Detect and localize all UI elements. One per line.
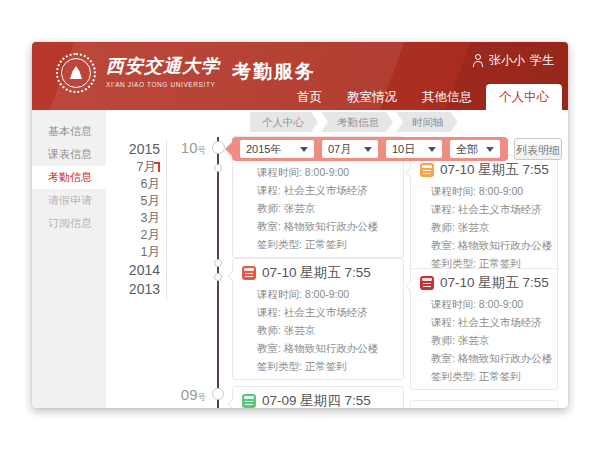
timeline-dot	[212, 141, 225, 154]
list-detail-button[interactable]: 列表明细	[514, 138, 562, 160]
card-field: 教师: 张芸京	[233, 321, 403, 339]
attendance-card-title: 07-10 星期五 7:55	[262, 265, 371, 281]
card-field: 课程: 社会主义市场经济	[233, 303, 403, 321]
card-field: 课程时间: 8:00-9:00	[233, 163, 403, 181]
calendar-icon	[420, 163, 434, 177]
timeline-day-label: 10号	[162, 139, 206, 157]
timeline-year-item-8[interactable]: 2013	[72, 280, 160, 299]
university-name: 西安交通大学 XI'AN JIAO TONG UNIVERSITY	[106, 54, 220, 88]
nav-tab-3[interactable]: 个人中心	[486, 84, 562, 110]
chevron-down-icon	[300, 147, 308, 156]
user-name: 张小小	[489, 52, 525, 69]
attendance-card-1[interactable]: 07-10 星期五 7:55课程时间: 8:00-9:00课程: 社会主义市场经…	[410, 155, 558, 277]
card-field: 课程时间: 8:00-9:00	[411, 182, 557, 200]
calendar-icon	[420, 276, 434, 290]
card-field: 课程: 社会主义市场经济	[411, 200, 557, 218]
app-header: 西安交通大学 XI'AN JIAO TONG UNIVERSITY 考勤服务 张…	[32, 42, 568, 110]
attendance-card-title: 07-09 星期四 7:55	[262, 393, 371, 408]
user-icon	[472, 54, 484, 67]
nav-tab-0[interactable]: 首页	[286, 84, 333, 110]
university-name-en: XI'AN JIAO TONG UNIVERSITY	[106, 81, 220, 88]
timeline-month-item-1[interactable]: 7月	[72, 159, 160, 176]
day-number: 10	[181, 139, 198, 156]
card-field: 教师: 张芸京	[411, 218, 557, 236]
timeline-month-item-3[interactable]: 5月	[72, 193, 160, 210]
card-field: 课程时间: 8:00-9:00	[411, 295, 557, 313]
card-field: 签到类型: 正常签到	[411, 367, 557, 385]
timeline-year-item-0[interactable]: 2015	[72, 140, 160, 159]
attendance-card-header: 07-10 星期五 7:55	[420, 275, 557, 291]
day-select-value: 10日	[392, 142, 415, 157]
nav-tab-1[interactable]: 教室情况	[336, 84, 408, 110]
day-select[interactable]: 10日	[386, 140, 442, 158]
day-suffix: 号	[198, 392, 207, 402]
month-select-value: 07月	[328, 142, 351, 157]
timeline-dot	[214, 164, 222, 172]
timeline-month-item-5[interactable]: 2月	[72, 227, 160, 244]
timeline-month-item-2[interactable]: 6月	[72, 176, 160, 193]
breadcrumb-item-1[interactable]: 考勤信息	[321, 112, 393, 132]
breadcrumb-item-2[interactable]: 时间轴	[396, 112, 458, 132]
attendance-card-5[interactable]	[410, 400, 558, 408]
day-number: 09	[181, 386, 198, 403]
nav-tab-2[interactable]: 其他信息	[411, 84, 483, 110]
card-field: 签到类型: 正常签到	[233, 235, 403, 253]
calendar-icon	[242, 266, 256, 280]
user-menu[interactable]: 张小小 学生	[472, 52, 554, 69]
attendance-app-window: 西安交通大学 XI'AN JIAO TONG UNIVERSITY 考勤服务 张…	[32, 42, 568, 408]
chevron-down-icon	[428, 147, 436, 156]
card-field: 教室: 格物致知行政办公楼	[411, 349, 557, 367]
card-field: 教师: 张芸京	[411, 331, 557, 349]
year-select-value: 2015年	[246, 142, 281, 157]
attendance-card-header: 07-10 星期五 7:55	[420, 162, 557, 178]
card-field: 签到类型: 正常签到	[233, 357, 403, 375]
day-suffix: 号	[198, 145, 207, 155]
type-select-value: 全部	[456, 142, 478, 157]
timeline-dot	[214, 273, 222, 281]
attendance-card-2[interactable]: 07-10 星期五 7:55课程时间: 8:00-9:00课程: 社会主义市场经…	[232, 258, 404, 380]
timeline-day-label: 09号	[162, 386, 206, 404]
chevron-down-icon	[364, 147, 372, 156]
attendance-card-title: 07-10 星期五 7:55	[440, 162, 549, 178]
card-field: 课程: 社会主义市场经济	[233, 181, 403, 199]
sidebar-spacer	[32, 110, 106, 120]
year-select[interactable]: 2015年	[240, 140, 314, 158]
timeline-dot	[214, 259, 222, 267]
card-field: 教师: 张芸京	[233, 199, 403, 217]
timeline-year-list: 20157月6月5月3月2月1月20142013	[72, 140, 167, 299]
university-name-zh: 西安交通大学	[106, 54, 220, 78]
breadcrumb-item-0[interactable]: 个人中心	[250, 112, 318, 132]
university-logo-icon	[56, 53, 96, 93]
attendance-card-title: 07-10 星期五 7:55	[440, 275, 549, 291]
timeline-year-item-7[interactable]: 2014	[72, 261, 160, 280]
month-select[interactable]: 07月	[322, 140, 378, 158]
calendar-icon	[242, 394, 256, 408]
type-select[interactable]: 全部	[450, 140, 500, 158]
timeline-month-item-4[interactable]: 3月	[72, 210, 160, 227]
attendance-card-4[interactable]: 07-09 星期四 7:55课程时间: 8:00-9:00课程: 社会主义市场经…	[232, 386, 404, 408]
user-role: 学生	[530, 52, 554, 69]
timeline-dot	[212, 388, 224, 400]
chevron-down-icon	[486, 147, 494, 156]
card-field: 教室: 格物致知行政办公楼	[233, 339, 403, 357]
card-field: 课程时间: 8:00-9:00	[233, 285, 403, 303]
attendance-card-header: 07-10 星期五 7:55	[242, 265, 403, 281]
timeline-month-item-6[interactable]: 1月	[72, 244, 160, 261]
card-field: 教室: 格物致知行政办公楼	[233, 217, 403, 235]
card-field: 课程: 社会主义市场经济	[411, 313, 557, 331]
filter-bar-tail	[225, 142, 232, 156]
current-month-tick	[158, 162, 160, 172]
top-nav: 首页教室情况其他信息个人中心	[283, 84, 562, 110]
breadcrumb: 个人中心考勤信息时间轴	[250, 112, 461, 132]
attendance-card-header: 07-09 星期四 7:55	[242, 393, 403, 408]
attendance-card-header	[420, 407, 557, 408]
filter-bar: 2015年 07月 10日 全部	[232, 137, 508, 161]
attendance-card-3[interactable]: 07-10 星期五 7:55课程时间: 8:00-9:00课程: 社会主义市场经…	[410, 268, 558, 390]
page-title: 考勤服务	[232, 59, 316, 85]
card-field: 教室: 格物致知行政办公楼	[411, 236, 557, 254]
